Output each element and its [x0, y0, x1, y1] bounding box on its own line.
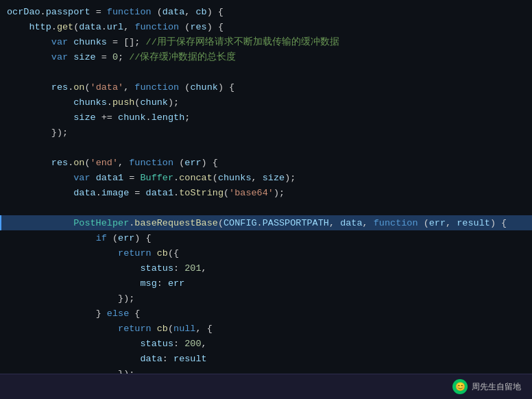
code-line: var size = 0; //保存缓冲数据的总长度 [0, 49, 532, 64]
code-line: var data1 = Buffer.concat(chunks, size); [0, 170, 532, 185]
code-line: res.on('data', function (chunk) { [0, 80, 532, 95]
code-line [0, 64, 532, 80]
brand-text: 周先生自留地 [472, 381, 521, 393]
code-line: }); [0, 366, 532, 374]
code-line: return cb(null, { [0, 321, 532, 336]
footer: 😊 周先生自留地 [0, 374, 532, 399]
code-line: if (err) { [0, 230, 532, 245]
code-line: res.on('end', function (err) { [0, 155, 532, 170]
code-line: http.get(data.url, function (res) { [0, 19, 532, 34]
code-line: status: 200, [0, 336, 532, 351]
code-line: data: result [0, 351, 532, 366]
code-line: chunks.push(chunk); [0, 95, 532, 110]
code-line: data.image = data1.toString('base64'); [0, 185, 532, 200]
code-line: size += chunk.length; [0, 110, 532, 125]
code-line [0, 140, 532, 155]
code-line: msg: err [0, 276, 532, 291]
code-line: var chunks = []; //用于保存网络请求不断加载传输的缓冲数据 [0, 34, 532, 49]
code-line: PostHelper.baseRequestBase(CONFIG.PASSPO… [0, 215, 532, 230]
footer-brand: 😊 周先生自留地 [452, 379, 521, 394]
code-line: status: 201, [0, 261, 532, 276]
brand-icon: 😊 [452, 379, 468, 394]
code-line: }); [0, 291, 532, 306]
code-editor: ocrDao.passport = function (data, cb) { … [0, 0, 532, 374]
code-line: ocrDao.passport = function (data, cb) { [0, 4, 532, 19]
code-line [0, 200, 532, 215]
code-line: return cb({ [0, 245, 532, 261]
code-line: } else { [0, 306, 532, 321]
code-line: }); [0, 125, 532, 140]
